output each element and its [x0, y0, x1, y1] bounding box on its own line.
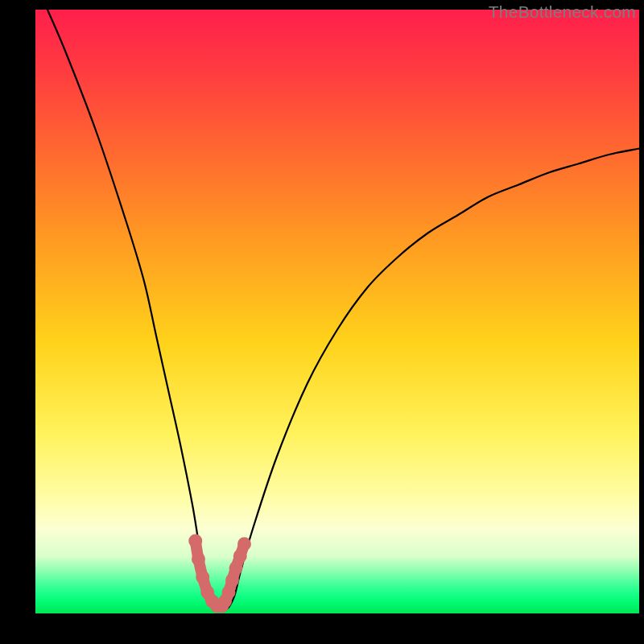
trough-marker-dot	[229, 561, 243, 575]
trough-marker-dot	[192, 552, 205, 566]
trough-marker	[188, 535, 251, 613]
trough-marker-dot	[237, 537, 251, 551]
plot-area	[35, 10, 639, 613]
trough-marker-dot	[196, 571, 209, 584]
trough-marker-dot	[188, 535, 202, 548]
watermark-text: TheBottleneck.com	[489, 2, 636, 22]
bottleneck-curve	[47, 10, 639, 610]
chart-frame: TheBottleneck.com	[0, 0, 644, 644]
trough-marker-dot	[233, 549, 247, 563]
curve-svg	[35, 10, 639, 613]
trough-marker-dot	[222, 585, 236, 599]
trough-marker-dot	[225, 573, 239, 587]
